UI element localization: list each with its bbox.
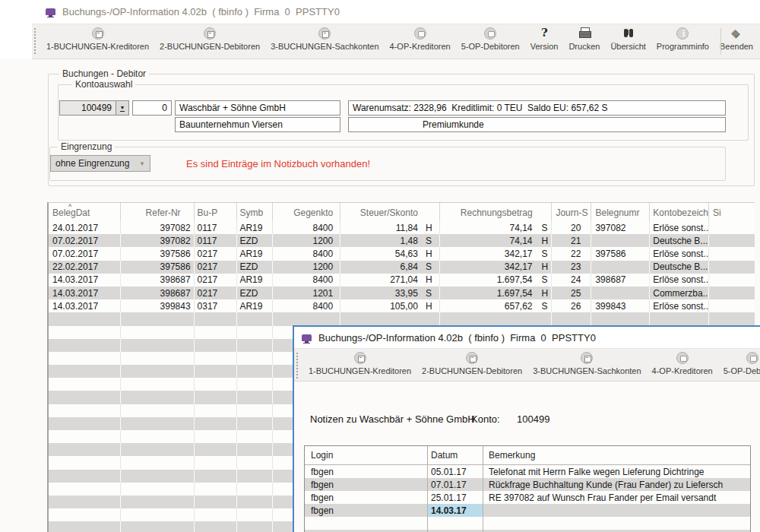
kontoauswahl-legend: Kontoauswahl [72,79,135,90]
diamond-icon [730,27,743,40]
booking-icon [354,352,366,364]
toolbar-button-label: 5-OP-Debitoren [461,42,520,51]
column-header-si[interactable]: Si [709,203,755,221]
umsatz-info-text: Warenumsatz: 2328,96 Kreditlimit: 0 TEU … [353,103,608,113]
main-toolbar-buttons: 1-BUCHUNGEN-Kreditoren 2-BUCHUNGEN-Debit… [39,24,758,51]
notes-window: Buchungs-/OP-Information 4.02b ( fbinfo … [293,325,760,532]
notizbuch-notice: Es sind Einträge im Notizbuch vorhanden! [186,158,370,169]
toolbar-button[interactable]: 2-BUCHUNGEN-Debitoren [160,24,260,51]
column-header-belegdat[interactable]: BelegDat [49,203,121,221]
column-header-bu-p[interactable]: Bu-P [195,203,238,221]
booking-row[interactable]: 07.02.2017 397082 0117 EZD 1200 1,48S 74… [49,234,755,247]
kunde-name2-field[interactable]: Bauunternehmun Viersen [175,117,340,132]
booking-row[interactable]: 14.03.2017 398687 0217 AR19 8400 271,04H… [49,274,755,287]
column-header-rechnungsbetrag[interactable]: Rechnungsbetrag [440,203,552,221]
column-header-belegnummer[interactable]: Belegnumr [591,203,650,221]
debit-credit-marker: H [418,249,439,259]
column-header-datum[interactable]: Datum [428,446,483,464]
booking-row[interactable]: 14.03.2017 398687 0217 EZD 1201 33,95S 1… [49,287,755,299]
notes-table: Login Datum Bemerkung fbgen 05.01.17 Tel… [304,445,751,532]
debit-credit-marker: H [418,274,439,285]
main-toolbar: 1-BUCHUNGEN-Kreditoren 2-BUCHUNGEN-Debit… [32,24,760,59]
notes-window-title: Buchungs-/OP-Information 4.02b ( fbinfo … [318,332,596,344]
toolbar-button[interactable]: 2-BUCHUNGEN-Debitoren [422,349,522,375]
konto-sub-field[interactable]: 0 [132,100,172,116]
toolbar-button[interactable]: 5-OP-Debitoren [461,24,520,51]
toolbar-button-label: 4-OP-Kreditoren [390,42,451,51]
notes-toolbar-buttons: 1-BUCHUNGEN-Kreditoren 2-BUCHUNGEN-Debit… [301,349,760,375]
note-row[interactable]: fbgen 14.03.17 [305,504,750,517]
toolbar-button[interactable]: 1-BUCHUNGEN-Kreditoren [309,349,411,375]
note-row[interactable] [305,517,750,530]
debit-credit-marker: S [418,236,439,246]
debit-credit-marker: H [533,288,551,299]
toolbar-button[interactable]: Version [530,24,559,51]
toolbar-button-label: Beenden [720,42,753,51]
column-header-bemerkung[interactable]: Bemerkung [483,446,750,464]
booking-icon [204,27,216,40]
toolbar-gripper[interactable] [34,28,37,54]
toolbar-button-label: Drucken [568,42,600,51]
toolbar-button-label: 2-BUCHUNGEN-Debitoren [160,42,260,51]
notes-body: Notizen zu Waschbär + Söhne GmbH Konto: … [294,382,760,530]
konto-dropdown-button[interactable]: ▼ [116,101,128,115]
column-header-journ-s[interactable]: Journ-S [552,203,592,221]
column-header-login[interactable]: Login [305,446,428,464]
notes-table-rows: fbgen 05.01.17 Telefonat mit Herrn Falke… [305,465,750,532]
toolbar-gripper[interactable] [296,353,299,378]
note-row[interactable]: fbgen 07.01.17 Rückfrage Buchhaltung Kun… [305,478,750,491]
booking-row[interactable]: 24.01.2017 397082 0117 AR19 8400 11,84H … [49,221,755,234]
toolbar-button[interactable]: 1-BUCHUNGEN-Kreditoren [46,24,149,51]
booking-row[interactable] [49,312,755,325]
booking-table-header: ^ BelegDat Refer-Nr Bu-P Symb Gegenkto S… [49,203,755,221]
booking-row[interactable]: 22.02.2017 397586 0217 EZD 1200 6,84S 34… [49,261,755,274]
note-row[interactable]: fbgen 05.01.17 Telefonat mit Herrn Falke… [305,465,750,478]
toolbar-button[interactable]: Übersicht [610,24,645,51]
kunde-status-text: Premiumkunde [423,119,484,130]
toolbar-button-label: Übersicht [610,42,645,51]
question-icon [538,27,550,40]
umsatz-info-field: Warenumsatz: 2328,96 Kreditlimit: 0 TEU … [348,100,726,116]
binoculars-icon [622,27,635,40]
eingrenzung-legend: Eingrenzung [58,141,115,152]
toolbar-button[interactable]: 3-BUCHUNGEN-Sachkonten [533,349,641,375]
konto-number-combo[interactable]: 100499 ▼ [59,100,129,116]
toolbar-button-label: 3-BUCHUNGEN-Sachkonten [271,42,378,51]
booking-row[interactable]: 07.02.2017 397586 0217 AR19 8400 54,63H … [49,247,755,260]
eingrenzung-selected-value: ohne Eingrenzung [55,158,129,169]
debit-credit-marker: S [533,249,551,259]
toolbar-button[interactable]: Beenden [720,24,753,51]
booking-icon [466,352,478,364]
main-titlebar: Buchungs-/OP-Information 4.02b ( fbinfo … [0,0,760,23]
toolbar-button-label: Version [530,42,559,51]
toolbar-button[interactable]: 4-OP-Kreditoren [652,349,713,375]
note-row[interactable]: fbgen 25.01.17 RE 397082 auf Wunsch Frau… [305,491,750,504]
kunde-name-field[interactable]: Waschbär + Söhne GmbH [175,100,340,116]
down-arrow-icon: ▼ [120,105,125,112]
column-header-steuer-skonto[interactable]: Steuer/Skonto [340,203,440,221]
screen: Buchungs-/OP-Information 4.02b ( fbinfo … [0,0,760,532]
eingrenzung-select[interactable]: ohne Eingrenzung ▼ [50,155,150,172]
column-header-kontobezeichnung[interactable]: Kontobezeich [650,203,709,221]
group-title: Buchungen - Debitor [59,68,149,79]
app-window-icon [46,8,55,15]
column-header-refer-nr[interactable]: Refer-Nr [121,203,195,221]
debit-credit-marker: S [533,223,551,233]
booking-icon [581,352,593,364]
toolbar-button[interactable]: Drucken [568,24,600,51]
debit-credit-marker: H [418,301,439,312]
toolbar-button[interactable]: Programminfo [657,24,709,51]
notes-heading: Notizen zu Waschbär + Söhne GmbH [310,413,475,425]
toolbar-button[interactable]: 3-BUCHUNGEN-Sachkonten [271,24,378,51]
info-icon [676,27,689,40]
debit-credit-marker: S [418,261,439,272]
column-header-symb[interactable]: Symb [237,203,273,221]
eingrenzung-group: Eingrenzung [49,147,726,181]
toolbar-button[interactable]: 5-OP-Debitoren [724,349,760,375]
op-icon [414,27,426,40]
booking-row[interactable]: 14.03.2017 399843 0317 AR19 8400 105,00H… [49,299,755,312]
column-header-gegenkto[interactable]: Gegenkto [273,203,340,221]
op-icon [746,352,758,364]
notes-table-header: Login Datum Bemerkung [305,446,750,465]
toolbar-button[interactable]: 4-OP-Kreditoren [390,24,451,51]
